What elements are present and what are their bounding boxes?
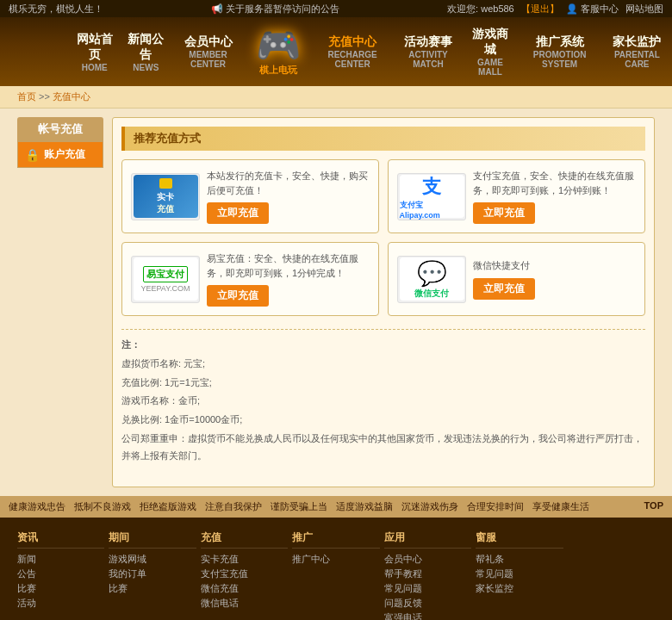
notes-section: 注： 虚拟货币名称: 元宝; 充值比例: 1元=1元宝; 游戏币名称：金币; 兑… bbox=[121, 329, 645, 465]
top-bar-left: 棋乐无穷，棋悦人生！ bbox=[9, 3, 103, 16]
yeepay-inner: 易宝支付 YEEPAY.COM bbox=[140, 266, 190, 293]
notes-line3: 游戏币名称：金币; bbox=[121, 393, 645, 410]
yeepay-payment-info: 易宝充值：安全、快捷的在线充值服务，即充即可到账，1分钟完成！ 立即充值 bbox=[207, 251, 370, 307]
breadcrumb-home[interactable]: 首页 bbox=[17, 91, 36, 102]
chip-icon bbox=[159, 178, 172, 189]
footer-link-parental-monitor[interactable]: 家长监控 bbox=[476, 582, 563, 595]
footer-link-fuqian-phone[interactable]: 富强电话 bbox=[384, 611, 471, 620]
wechat-logo-img: 💬 微信支付 bbox=[400, 257, 464, 301]
yeepay-icon: 易宝支付 bbox=[143, 266, 188, 282]
footer-link-my-order[interactable]: 我的订单 bbox=[109, 567, 196, 580]
top-button[interactable]: TOP bbox=[644, 500, 663, 513]
footer-link-feedback[interactable]: 问题反馈 bbox=[384, 597, 471, 610]
footer-link-bisai[interactable]: 比赛 bbox=[17, 582, 104, 595]
sidebar-item-account-recharge[interactable]: 🔒 账户充值 bbox=[18, 142, 103, 167]
footer-col-recharge-title: 充值 bbox=[201, 530, 288, 549]
payment-card-yeepay: 易宝支付 YEEPAY.COM 易宝充值：安全、快捷的在线充值服务，即充即可到账… bbox=[121, 242, 379, 316]
alipay-pay-button[interactable]: 立即充值 bbox=[473, 202, 535, 224]
card-logo-text: 实卡 bbox=[157, 191, 174, 203]
yeepay-url: YEEPAY.COM bbox=[140, 284, 190, 293]
logo-icon: 🎮 bbox=[245, 28, 312, 64]
footer-col-community: 期间 游戏网域 我的订单 比赛 bbox=[109, 530, 196, 620]
notes-line1: 虚拟货币名称: 元宝; bbox=[121, 356, 645, 373]
notes-line4: 兑换比例: 1金币=10000金币; bbox=[121, 412, 645, 429]
footer-link-wechat-recharge[interactable]: 微信充值 bbox=[201, 582, 288, 595]
nav-recharge[interactable]: 充值中心 RECHARGE CENTER bbox=[312, 31, 394, 72]
alipay-payment-desc: 支付宝充值，安全、快捷的在线充值服务，即充即可到账，1分钟到账！ bbox=[473, 169, 636, 197]
yeepay-pay-button[interactable]: 立即充值 bbox=[207, 285, 269, 307]
wechat-icon: 💬 bbox=[417, 259, 447, 288]
footer-link-member-center[interactable]: 会员中心 bbox=[384, 553, 471, 566]
wechat-payment-info: 微信快捷支付 立即充值 bbox=[473, 258, 636, 300]
logo-center-area: 🎮 棋上电玩 bbox=[245, 28, 312, 77]
nav-promotion[interactable]: 推广系统 PROMOTION SYSTEM bbox=[518, 31, 602, 72]
footer-col-service: 应用 会员中心 帮手教程 常见问题 问题反馈 富强电话 bbox=[384, 530, 471, 620]
card-logo-area: 实卡 充值 bbox=[131, 173, 200, 220]
footer-link-resist[interactable]: 抵制不良游戏 bbox=[74, 500, 131, 513]
notes-line2: 充值比例: 1元=1元宝; bbox=[121, 375, 645, 392]
top-bar-center: 📢 关于服务器暂停访问的公告 bbox=[211, 3, 339, 16]
footer-col-customer: 窗服 帮礼条 常见问题 家长监控 bbox=[476, 530, 563, 620]
main-content: 帐号充值 🔒 账户充值 推荐充值方式 实卡 充值 本站发 bbox=[0, 108, 672, 496]
footer-link-huodong[interactable]: 活动 bbox=[17, 597, 104, 610]
alipay-logo-area: 支 支付宝 Alipay.com bbox=[397, 173, 466, 220]
footer-link-brain[interactable]: 适度游戏益脑 bbox=[336, 500, 393, 513]
footer-link-promotion-center[interactable]: 推广中心 bbox=[292, 553, 379, 566]
payment-card-wechat: 💬 微信支付 微信快捷支付 立即充值 bbox=[388, 242, 645, 316]
breadcrumb: 首页 >> 充值中心 bbox=[0, 86, 672, 108]
breadcrumb-current[interactable]: 充值中心 bbox=[53, 91, 90, 102]
wechat-payment-desc: 微信快捷支付 bbox=[473, 258, 636, 273]
nav-items: 网站首页 HOME 新闻公告 NEWS 会员中心 MEMBER CENTER 🎮… bbox=[69, 23, 672, 80]
main-header: 网站首页 HOME 新闻公告 NEWS 会员中心 MEMBER CENTER 🎮… bbox=[0, 17, 672, 86]
footer-links-bar: 健康游戏忠告 抵制不良游戏 拒绝盗版游戏 注意自我保护 谨防受骗上当 适度游戏益… bbox=[0, 496, 672, 518]
footer-link-faq2[interactable]: 常见问题 bbox=[476, 567, 563, 580]
footer-link-alipay-recharge[interactable]: 支付宝充值 bbox=[201, 567, 288, 580]
nav-member[interactable]: 会员中心 MEMBER CENTER bbox=[171, 31, 245, 72]
footer-link-piracy[interactable]: 拒绝盗版游戏 bbox=[140, 500, 196, 513]
footer-link-help-rules[interactable]: 帮礼条 bbox=[476, 553, 563, 566]
footer-link-healthy[interactable]: 享受健康生活 bbox=[532, 500, 589, 513]
footer-link-faq[interactable]: 常见问题 bbox=[384, 582, 471, 595]
section-title: 推荐充值方式 bbox=[121, 127, 645, 151]
wechat-logo-area: 💬 微信支付 bbox=[397, 256, 466, 303]
footer-col-news: 资讯 新闻 公告 比赛 活动 bbox=[17, 530, 104, 620]
payment-card-alipay: 支 支付宝 Alipay.com 支付宝充值，安全、快捷的在线充值服务，即充即可… bbox=[388, 159, 645, 233]
footer-col-customer-title: 窗服 bbox=[476, 530, 563, 549]
footer-link-protect[interactable]: 注意自我保护 bbox=[205, 500, 262, 513]
footer-col-community-title: 期间 bbox=[109, 530, 196, 549]
nav-home[interactable]: 网站首页 HOME bbox=[69, 28, 121, 76]
footer-link-health[interactable]: 健康游戏忠告 bbox=[9, 500, 65, 513]
content-area: 推荐充值方式 实卡 充值 本站发行的充值卡，安全、快捷，购买后便可充值！ 立即充… bbox=[112, 117, 655, 487]
nav-activity[interactable]: 活动赛事 ACTIVITY MATCH bbox=[393, 31, 463, 72]
footer-link-harm[interactable]: 沉迷游戏伤身 bbox=[401, 500, 458, 513]
wechat-pay-button[interactable]: 立即充值 bbox=[473, 278, 535, 300]
wechat-text: 微信支付 bbox=[414, 288, 449, 300]
footer-link-game-domain[interactable]: 游戏网域 bbox=[109, 553, 196, 566]
announcement-icon: 📢 bbox=[211, 3, 223, 14]
footer-link-helper[interactable]: 帮手教程 bbox=[384, 567, 471, 580]
footer-link-match2[interactable]: 比赛 bbox=[109, 582, 196, 595]
nav-parental[interactable]: 家长监护 PARENTAL CARE bbox=[602, 31, 672, 72]
footer-link-gonggao[interactable]: 公告 bbox=[17, 567, 104, 580]
sidebar: 帐号充值 🔒 账户充值 bbox=[17, 117, 103, 487]
card-payment-desc: 本站发行的充值卡，安全、快捷，购买后便可充值！ bbox=[207, 169, 370, 197]
footer-link-xinwen[interactable]: 新闻 bbox=[17, 553, 104, 566]
footer-link-time[interactable]: 合理安排时间 bbox=[467, 500, 524, 513]
footer-link-card-recharge[interactable]: 实卡充值 bbox=[201, 553, 288, 566]
yeepay-payment-desc: 易宝充值：安全、快捷的在线充值服务，即充即可到账，1分钟完成！ bbox=[207, 251, 370, 280]
notes-title: 注： bbox=[121, 337, 645, 354]
footer-col-promotion-title: 推广 bbox=[292, 530, 379, 549]
nav-game-mall[interactable]: 游戏商城 GAME MALL bbox=[463, 23, 517, 80]
footer-link-fraud[interactable]: 谨防受骗上当 bbox=[271, 500, 327, 513]
card-payment-info: 本站发行的充值卡，安全、快捷，购买后便可充值！ 立即充值 bbox=[207, 169, 370, 224]
nav-news[interactable]: 新闻公告 NEWS bbox=[121, 28, 172, 76]
footer-grid: 资讯 新闻 公告 比赛 活动 期间 游戏网域 我的订单 比赛 充值 实卡充值 支… bbox=[17, 530, 655, 620]
alipay-icon: 支 bbox=[422, 174, 441, 200]
footer-link-phone[interactable]: 微信电话 bbox=[201, 597, 288, 610]
alipay-logo-img: 支 支付宝 Alipay.com bbox=[400, 175, 464, 218]
alipay-text: 支付宝 Alipay.com bbox=[400, 200, 464, 220]
card-pay-button[interactable]: 立即充值 bbox=[207, 202, 269, 224]
main-nav: 网站首页 HOME 新闻公告 NEWS 会员中心 MEMBER CENTER 🎮… bbox=[0, 23, 672, 80]
card-logo-subtext: 充值 bbox=[157, 203, 174, 215]
sidebar-menu: 🔒 账户充值 bbox=[17, 141, 103, 168]
